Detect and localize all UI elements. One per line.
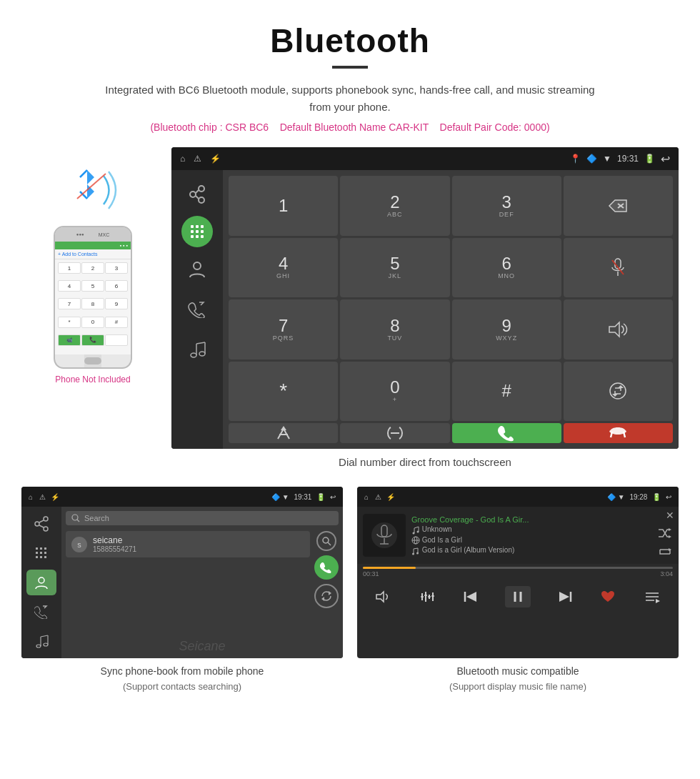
dial-key-call-green[interactable] [452,423,561,443]
equalizer-button[interactable] [417,586,439,607]
svg-marker-78 [669,535,671,538]
microphone-icon [370,521,399,550]
back-icon: ↩ [661,152,670,166]
svg-rect-50 [44,552,46,554]
contact-refresh-button[interactable] [314,584,339,608]
prev-button[interactable] [461,586,482,607]
pb-sidebar-link[interactable] [26,511,56,537]
dial-key-swap[interactable] [564,362,673,422]
search-bar[interactable]: Search [66,511,339,525]
close-button[interactable]: ✕ [666,510,674,521]
svg-rect-47 [44,547,46,550]
volume-ctrl-button[interactable] [373,586,394,607]
phone-key-star: * [58,317,81,328]
svg-rect-51 [36,556,38,558]
svg-line-1 [80,170,87,177]
phone-screen: ▪ ▪ ▪ + Add to Contacts 1 2 3 4 5 6 7 8 … [55,242,131,354]
svg-rect-45 [36,547,38,550]
bluetooth-icon-wrap [57,162,129,219]
pb-sidebar-calls[interactable] [26,598,56,625]
svg-rect-12 [191,230,194,233]
svg-rect-88 [431,595,434,597]
progress-track[interactable] [363,567,673,569]
bluetooth-status-icon: 🔷 [586,154,597,164]
svg-rect-49 [40,552,42,554]
svg-marker-77 [669,528,671,531]
contact-search-button[interactable] [316,531,336,551]
contact-call-button[interactable] [314,555,339,580]
phone-add-contacts: + Add to Contacts [55,249,131,259]
svg-rect-87 [428,596,431,597]
dial-key-5[interactable]: 5 JKL [340,238,449,298]
phone-key-1: 1 [58,262,81,274]
dial-key-2[interactable]: 2 ABC [340,176,449,236]
dial-key-8[interactable]: 8 TUV [340,299,449,359]
next-button[interactable] [554,586,575,607]
dial-key-1[interactable]: 1 [229,176,338,236]
dial-key-7[interactable]: 7 PQRS [229,299,338,359]
phone-key-2: 2 [81,262,104,274]
pb-sidebar-music[interactable] [26,627,56,654]
progress-times: 00:31 3:04 [363,570,673,577]
contact-row[interactable]: s seicane 15885554271 [66,531,310,557]
dial-key-0[interactable]: 0 + [340,362,449,422]
dial-key-call-end[interactable] [564,423,673,443]
watermark-text: Seicane [179,639,225,653]
phone-bottom-bar [84,354,101,367]
pb-back: ↩ [330,493,336,501]
svg-point-5 [190,192,196,197]
svg-point-6 [199,197,204,203]
phone-key-3: 3 [105,262,128,274]
pb-warn-icon: ⚠ [39,493,46,501]
phone-key-9: 9 [105,298,128,309]
pb-sidebar-contact[interactable] [26,570,56,596]
sidebar-contacts-icon[interactable] [177,250,217,287]
dial-key-3[interactable]: 3 DEF [452,176,561,236]
track-info: Groove Coverage - God Is A Gir... Unknow… [411,515,651,555]
track-version: God is a Girl (Album Version) [411,546,651,555]
search-text: Search [84,514,109,522]
dial-key-mute[interactable] [564,238,673,298]
pb-status-left: ⌂ ⚠ ⚡ [29,493,59,501]
playlist-button[interactable] [641,586,663,607]
sidebar-recent-calls-icon[interactable] [177,290,217,327]
sidebar-music-icon[interactable] [177,330,217,367]
sidebar-link-icon[interactable] [177,176,217,213]
dial-key-4[interactable]: 4 GHI [229,238,338,298]
ms-usb-icon: ⚡ [386,493,395,501]
pb-status-right: 🔷 ▼ 19:31 🔋 ↩ [271,493,336,501]
dial-key-star[interactable]: * [229,362,338,422]
phone-key-hash: # [105,317,128,328]
usb-icon: ⚡ [210,154,221,164]
svg-point-19 [191,353,196,357]
phone-key-empty [105,334,128,346]
favorite-button[interactable] [597,586,619,607]
dial-key-6[interactable]: 6 MNO [452,238,561,298]
phone-green-bar: ▪ ▪ ▪ [55,242,131,249]
phonebook-main: Search s seicane 15885554271 [61,507,343,658]
sidebar-dialpad-icon[interactable] [181,216,213,247]
svg-point-40 [44,517,48,521]
dial-key-merge[interactable] [229,423,338,443]
pb-bt-icon: 🔷 [271,493,280,501]
shuffle-icon[interactable] [657,525,673,541]
phonebook-caption: Sync phone-book from mobile phone (Suppo… [101,664,264,694]
svg-rect-13 [196,230,199,233]
car-dialpad-grid: 1 2 ABC 3 DEF [223,170,679,449]
location-icon: 📍 [570,154,581,164]
svg-rect-46 [40,547,42,550]
svg-rect-53 [44,556,46,558]
dial-key-hash[interactable]: # [452,362,561,422]
svg-rect-16 [196,235,199,238]
svg-line-63 [328,542,331,545]
dial-key-hold[interactable] [340,423,449,443]
phonebook-screen: ⌂ ⚠ ⚡ 🔷 ▼ 19:31 🔋 ↩ [21,487,343,658]
dial-key-volume[interactable] [564,299,673,359]
track-artist: Unknown [411,525,651,534]
play-pause-button[interactable] [505,586,531,607]
pb-sidebar-dialpad[interactable] [26,540,56,567]
dial-key-9[interactable]: 9 WXYZ [452,299,561,359]
repeat-icon[interactable] [657,544,673,560]
pb-usb-icon: ⚡ [51,493,59,501]
dial-key-backspace[interactable] [564,176,673,236]
